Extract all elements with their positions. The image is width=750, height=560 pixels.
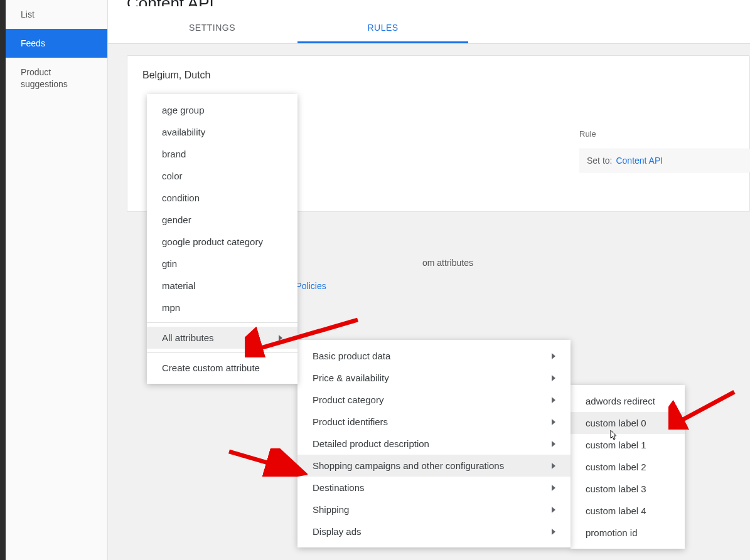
menu-item-create-custom-attribute[interactable]: Create custom attribute [147,357,297,379]
menu-item-gender[interactable]: gender [147,209,297,231]
tab-settings[interactable]: SETTINGS [127,14,297,43]
menu-item-availability[interactable]: availability [147,121,297,143]
header: Content API SETTINGS RULES [108,0,750,44]
sidebar: List Feeds Product suggestions [6,0,108,560]
sidebar-item-feeds[interactable]: Feeds [6,29,107,58]
submenu-item-detailed-product-description[interactable]: Detailed product description [297,433,571,455]
menu-item-brand[interactable]: brand [147,143,297,165]
menu-item-label: Product category [313,394,383,405]
chevron-right-icon [552,419,555,425]
menu-item-label: Detailed product description [313,438,429,449]
sidebar-item-list[interactable]: List [6,0,107,29]
submenu-item-display-ads[interactable]: Display ads [297,520,571,542]
menu-item-material[interactable]: material [147,275,297,297]
submenu-item-custom-label-0[interactable]: custom label 0 [571,412,685,434]
submenu-item-custom-label-1[interactable]: custom label 1 [571,434,685,456]
menu-item-label: Product identifiers [313,416,388,427]
attributes-hint-fragment: om attributes [422,258,473,268]
menu-item-condition[interactable]: condition [147,187,297,209]
menu-item-all-attributes[interactable]: All attributes [147,327,297,349]
menu-item-gtin[interactable]: gtin [147,253,297,275]
menu-divider [147,322,297,323]
submenu-item-custom-label-3[interactable]: custom label 3 [571,478,685,500]
menu-item-age-group[interactable]: age group [147,99,297,121]
rule-column-header: Rule [579,129,596,139]
menu-item-label: All attributes [162,332,214,343]
tabs: SETTINGS RULES [127,14,731,43]
menu-item-color[interactable]: color [147,165,297,187]
submenu-item-basic-product-data[interactable]: Basic product data [297,345,571,367]
chevron-right-icon [552,507,555,513]
menu-item-label: Destinations [313,482,365,493]
sidebar-item-product-suggestions[interactable]: Product suggestions [6,58,107,98]
chevron-right-icon [552,485,555,491]
submenu-item-product-identifiers[interactable]: Product identifiers [297,411,571,433]
chevron-right-icon [552,375,555,381]
submenu-item-custom-label-4[interactable]: custom label 4 [571,500,685,522]
rule-value-link[interactable]: Content API [616,156,663,166]
submenu-item-destinations[interactable]: Destinations [297,477,571,499]
menu-item-label: Shopping campaigns and other configurati… [313,460,504,471]
chevron-right-icon [552,441,555,447]
menu-item-label: Display ads [313,526,362,537]
chevron-right-icon [279,335,282,341]
page-title-text: Content API [127,0,214,6]
rule-set-to-label: Set to: [587,156,612,166]
attribute-category-submenu: Basic product data Price & availability … [297,340,571,547]
submenu-item-promotion-id[interactable]: promotion id [571,522,685,544]
submenu-item-adwords-redirect[interactable]: adwords redirect [571,390,685,412]
menu-item-google-product-category[interactable]: google product category [147,231,297,253]
chevron-right-icon [552,397,555,403]
chevron-right-icon [552,529,555,535]
rule-row[interactable]: Set to: Content API [579,149,750,172]
submenu-item-product-category[interactable]: Product category [297,389,571,411]
submenu-item-shipping[interactable]: Shipping [297,499,571,520]
menu-item-label: Price & availability [313,372,389,383]
tab-rules[interactable]: RULES [297,14,468,43]
menu-divider [147,352,297,353]
region-label: Belgium, Dutch [142,70,734,81]
menu-item-label: Shipping [313,504,349,515]
menu-item-mpn[interactable]: mpn [147,297,297,319]
custom-label-submenu: adwords redirect custom label 0 custom l… [571,385,685,549]
window-edge [0,0,6,560]
chevron-right-icon [552,463,555,469]
chevron-right-icon [552,353,555,359]
attribute-dropdown: age group availability brand color condi… [147,94,297,384]
submenu-item-custom-label-2[interactable]: custom label 2 [571,456,685,478]
menu-item-label: Basic product data [313,351,390,361]
submenu-item-shopping-campaigns[interactable]: Shopping campaigns and other configurati… [297,455,571,477]
submenu-item-price-availability[interactable]: Price & availability [297,367,571,389]
page-title: Content API [127,0,731,6]
